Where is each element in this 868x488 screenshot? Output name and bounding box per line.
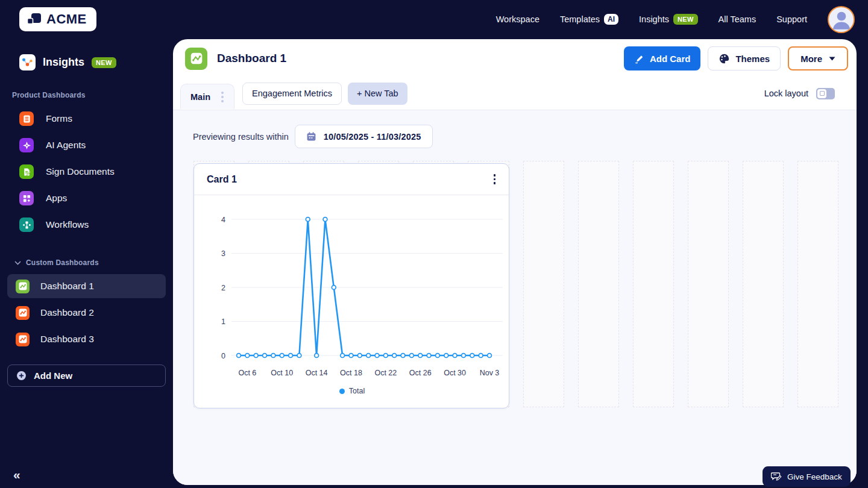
grid-placeholder-cell (633, 161, 674, 407)
custom-dashboards-list: Dashboard 1 Dashboard 2 Dashboard 3 (0, 274, 173, 351)
svg-text:Oct 10: Oct 10 (271, 369, 293, 377)
new-tab-button[interactable]: + New Tab (348, 83, 407, 105)
tab-main[interactable]: Main (180, 84, 234, 109)
date-filter-label: Previewing results within (193, 132, 289, 142)
date-range-picker[interactable]: 10/05/2025 - 11/03/2025 (295, 125, 433, 148)
give-feedback-button[interactable]: Give Feedback (763, 466, 851, 487)
dashboard-3-icon (16, 333, 30, 346)
apps-icon (19, 191, 34, 205)
dashboard-content: Previewing results within 10/05/2025 - 1… (173, 110, 857, 485)
svg-text:Oct 14: Oct 14 (306, 369, 328, 377)
card-title: Card 1 (207, 174, 237, 185)
feedback-icon (771, 472, 782, 481)
svg-text:Oct 22: Oct 22 (374, 369, 397, 377)
calendar-icon (306, 131, 316, 142)
main-panel: Dashboard 1 Add Card Themes More Main En… (173, 39, 857, 485)
svg-text:Oct 6: Oct 6 (238, 369, 256, 377)
dashboard-1-icon (16, 280, 30, 293)
sidebar-item-forms[interactable]: Forms (0, 105, 173, 132)
acme-logo-icon (27, 11, 42, 27)
collapse-sidebar-button[interactable]: « (13, 468, 20, 482)
person-icon (829, 7, 854, 31)
card-menu-icon[interactable] (491, 172, 498, 187)
svg-text:Oct 26: Oct 26 (409, 369, 432, 377)
top-bar: ACME Workspace TemplatesAI InsightsNEW A… (0, 0, 868, 39)
insights-app-icon (19, 54, 36, 70)
svg-text:1: 1 (221, 318, 225, 326)
palette-icon (719, 53, 730, 64)
page-title: Dashboard 1 (217, 52, 286, 65)
dashboard-title-icon (185, 48, 207, 70)
grid-placeholder-cell (523, 161, 564, 407)
sidebar-item-dashboard-1[interactable]: Dashboard 1 (7, 274, 166, 298)
acme-logo[interactable]: ACME (19, 7, 96, 31)
tab-engagement-metrics[interactable]: Engagement Metrics (242, 83, 342, 105)
plus-circle-icon (16, 371, 27, 381)
date-range-value: 10/05/2025 - 11/03/2025 (324, 132, 421, 142)
svg-text:Oct 30: Oct 30 (444, 369, 466, 377)
svg-text:3: 3 (221, 249, 225, 258)
add-card-button[interactable]: Add Card (624, 46, 701, 70)
themes-button[interactable]: Themes (708, 46, 781, 70)
grid-placeholder-cell (797, 161, 838, 407)
ai-agents-icon (19, 138, 34, 152)
grid-placeholder-cell (578, 161, 619, 407)
app-title: Insights (43, 56, 84, 69)
new-badge: NEW (673, 14, 698, 25)
section-product-dashboards: Product Dashboards (0, 91, 173, 99)
sidebar-item-apps[interactable]: Apps (0, 185, 173, 211)
more-button[interactable]: More (788, 46, 848, 70)
sidebar-item-dashboard-2[interactable]: Dashboard 2 (7, 301, 166, 325)
grid-placeholder-cell (743, 161, 784, 407)
product-dashboards-list: Forms AI Agents Sign Documents Apps Work… (0, 105, 173, 238)
nav-templates[interactable]: TemplatesAI (560, 14, 618, 25)
svg-text:4: 4 (221, 216, 225, 224)
nav-workspace[interactable]: Workspace (496, 14, 539, 24)
sign-documents-icon (19, 164, 34, 179)
add-new-button[interactable]: Add New (7, 364, 166, 387)
sidebar-item-ai-agents[interactable]: AI Agents (0, 132, 173, 158)
sidebar-item-workflows[interactable]: Workflows (0, 211, 173, 238)
forms-icon (19, 111, 34, 126)
svg-text:0: 0 (221, 352, 225, 360)
chevron-down-icon (14, 261, 21, 265)
chart-legend: Total (199, 387, 505, 395)
dashboard-header: Dashboard 1 Add Card Themes More (173, 39, 857, 78)
app-new-badge: NEW (92, 57, 116, 68)
dashboard-2-icon (16, 306, 30, 320)
tab-bar: Main Engagement Metrics + New Tab Lock l… (173, 78, 857, 109)
svg-text:2: 2 (221, 284, 225, 292)
card-1: Card 1 01234Oct 6Oct 10Oct 14Oct 18Oct 2… (193, 163, 509, 408)
section-custom-dashboards[interactable]: Custom Dashboards (0, 258, 173, 267)
sidebar-item-dashboard-3[interactable]: Dashboard 3 (7, 327, 166, 351)
lock-layout-toggle[interactable] (816, 88, 835, 99)
line-chart: 01234Oct 6Oct 10Oct 14Oct 18Oct 22Oct 26… (194, 195, 509, 395)
sidebar-app-header: Insights NEW (0, 39, 173, 70)
nav-insights[interactable]: InsightsNEW (639, 14, 698, 25)
lock-layout-label: Lock layout (764, 89, 808, 98)
top-nav: Workspace TemplatesAI InsightsNEW All Te… (496, 6, 855, 33)
pencil-icon (634, 54, 644, 64)
sidebar: Insights NEW Product Dashboards Forms AI… (0, 39, 173, 488)
ai-badge: AI (604, 14, 618, 25)
legend-dot (339, 389, 345, 394)
workflows-icon (19, 217, 34, 232)
svg-text:Nov 3: Nov 3 (480, 369, 500, 377)
logo-text: ACME (46, 11, 87, 27)
tab-options-icon[interactable] (219, 89, 226, 105)
svg-text:Oct 18: Oct 18 (340, 369, 362, 377)
grid-placeholder-cell (688, 161, 729, 407)
nav-all-teams[interactable]: All Teams (719, 14, 756, 24)
chevron-down-icon (829, 57, 835, 61)
sidebar-item-sign-documents[interactable]: Sign Documents (0, 158, 173, 185)
nav-support[interactable]: Support (776, 14, 807, 24)
user-avatar[interactable] (828, 6, 855, 33)
